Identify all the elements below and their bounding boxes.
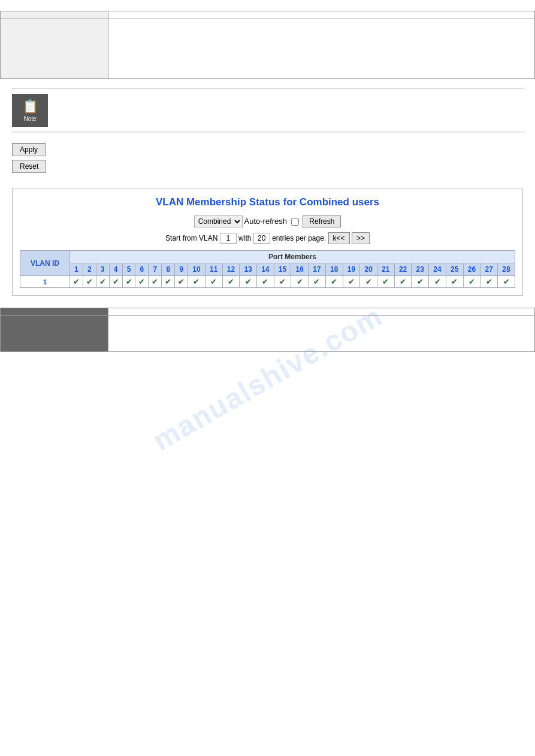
port-member-cell-25: ✔ (446, 276, 463, 288)
vlan-pagination: Start from VLAN with entries per page. k… (20, 232, 515, 244)
bottom-value-1 (108, 308, 535, 316)
port-header-2: 2 (83, 263, 96, 276)
port-member-cell-23: ✔ (412, 276, 429, 288)
port-header-21: 21 (377, 263, 395, 276)
port-member-cell-14: ✔ (256, 276, 274, 288)
checkmark-icon: ✔ (417, 277, 424, 286)
start-vlan-input[interactable] (220, 233, 237, 244)
checkmark-icon: ✔ (451, 277, 458, 286)
port-header-22: 22 (394, 263, 412, 276)
port-header-28: 28 (498, 263, 515, 276)
entries-per-page-label: entries per page. (272, 234, 326, 242)
port-member-cell-12: ✔ (222, 276, 240, 288)
port-member-cell-6: ✔ (135, 276, 149, 288)
port-header-5: 5 (122, 263, 135, 276)
port-member-cell-3: ✔ (96, 276, 109, 288)
vlan-id-header: VLAN ID (20, 251, 70, 276)
checkmark-icon: ✔ (331, 277, 337, 286)
checkmark-icon: ✔ (348, 277, 355, 286)
checkmark-icon: ✔ (126, 277, 132, 286)
port-member-cell-2: ✔ (83, 276, 96, 288)
port-header-11: 11 (205, 263, 222, 276)
checkmark-icon: ✔ (486, 277, 492, 286)
checkmark-icon: ✔ (228, 277, 234, 286)
checkmark-icon: ✔ (434, 277, 441, 286)
checkmark-icon: ✔ (86, 277, 93, 286)
checkmark-icon: ✔ (113, 277, 119, 286)
with-label: with (238, 234, 251, 242)
checkmark-icon: ✔ (138, 277, 145, 286)
checkmark-icon: ✔ (73, 277, 80, 286)
port-header-6: 6 (135, 263, 149, 276)
port-header-7: 7 (149, 263, 162, 276)
port-member-cell-26: ✔ (463, 276, 480, 288)
refresh-button[interactable]: Refresh (303, 215, 341, 227)
checkmark-icon: ✔ (382, 277, 389, 286)
port-member-cell-1: ✔ (69, 276, 83, 288)
checkmark-icon: ✔ (193, 277, 200, 286)
port-member-cell-5: ✔ (122, 276, 135, 288)
note-label: Note (23, 116, 36, 122)
port-member-cell-11: ✔ (205, 276, 222, 288)
user-type-select[interactable]: Combined (194, 215, 243, 227)
port-member-cell-16: ✔ (291, 276, 309, 288)
port-header-16: 16 (291, 263, 309, 276)
bottom-value-2 (108, 316, 535, 352)
port-member-cell-21: ✔ (377, 276, 395, 288)
entries-per-page-input[interactable] (253, 233, 270, 244)
port-member-cell-18: ✔ (325, 276, 343, 288)
port-header-9: 9 (175, 263, 188, 276)
port-header-3: 3 (96, 263, 109, 276)
port-member-cell-13: ✔ (240, 276, 257, 288)
port-members-header: Port Members (69, 251, 515, 263)
port-member-cell-17: ✔ (309, 276, 326, 288)
vlan-membership-table: VLAN ID Port Members 1234567891011121314… (20, 250, 515, 288)
port-header-13: 13 (240, 263, 257, 276)
port-header-15: 15 (274, 263, 291, 276)
checkmark-icon: ✔ (245, 277, 252, 286)
port-member-cell-27: ✔ (480, 276, 498, 288)
port-member-cell-15: ✔ (274, 276, 291, 288)
port-header-4: 4 (109, 263, 122, 276)
auto-refresh-label: Auto-refresh (244, 217, 288, 226)
top-table-label-2 (1, 19, 108, 79)
port-member-cell-7: ✔ (149, 276, 162, 288)
checkmark-icon: ✔ (262, 277, 268, 286)
bottom-label-1 (1, 308, 108, 316)
port-header-12: 12 (222, 263, 240, 276)
port-header-19: 19 (343, 263, 360, 276)
top-table (0, 11, 535, 79)
checkmark-icon: ✔ (468, 277, 475, 286)
bottom-table (0, 308, 535, 352)
vlan-status-box: VLAN Membership Status for Combined user… (12, 189, 523, 296)
port-header-14: 14 (256, 263, 274, 276)
apply-button[interactable]: Apply (12, 143, 46, 156)
port-member-cell-24: ✔ (429, 276, 446, 288)
bottom-label-2 (1, 316, 108, 352)
port-header-17: 17 (309, 263, 326, 276)
checkmark-icon: ✔ (503, 277, 510, 286)
checkmark-icon: ✔ (400, 277, 406, 286)
checkmark-icon: ✔ (313, 277, 320, 286)
port-member-cell-28: ✔ (498, 276, 515, 288)
top-table-value-1 (108, 11, 535, 19)
checkmark-icon: ✔ (178, 277, 185, 286)
top-table-row-2 (1, 19, 535, 79)
top-table-label-1 (1, 11, 108, 19)
port-member-cell-4: ✔ (109, 276, 122, 288)
port-header-1: 1 (69, 263, 83, 276)
nav-prev-button[interactable]: k<< (328, 232, 350, 244)
port-member-cell-8: ✔ (162, 276, 175, 288)
port-header-23: 23 (412, 263, 429, 276)
table-row: 1✔✔✔✔✔✔✔✔✔✔✔✔✔✔✔✔✔✔✔✔✔✔✔✔✔✔✔✔ (20, 276, 515, 288)
port-numbers-row: 1234567891011121314151617181920212223242… (20, 263, 515, 276)
nav-next-button[interactable]: >> (352, 232, 370, 244)
port-member-cell-22: ✔ (394, 276, 412, 288)
checkmark-icon: ✔ (99, 277, 106, 286)
auto-refresh-checkbox[interactable] (291, 218, 299, 226)
port-header-27: 27 (480, 263, 498, 276)
port-header-20: 20 (360, 263, 377, 276)
reset-button[interactable]: Reset (12, 160, 46, 173)
vlan-table-body: 1✔✔✔✔✔✔✔✔✔✔✔✔✔✔✔✔✔✔✔✔✔✔✔✔✔✔✔✔ (20, 276, 515, 288)
vlan-id-cell: 1 (20, 276, 70, 288)
